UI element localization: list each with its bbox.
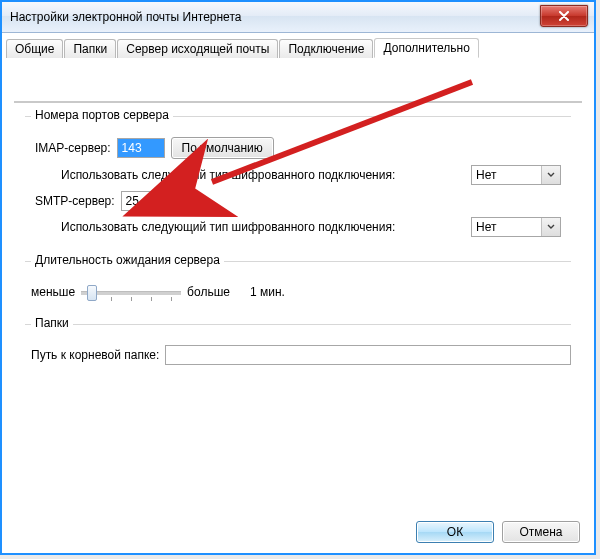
close-icon — [558, 11, 570, 21]
timeout-slider[interactable] — [81, 282, 181, 302]
tab-folders[interactable]: Папки — [64, 39, 116, 58]
smtp-encryption-select[interactable]: Нет — [471, 217, 561, 237]
root-path-input[interactable] — [165, 345, 571, 365]
cancel-button[interactable]: Отмена — [502, 521, 580, 543]
tab-strip: Общие Папки Сервер исходящей почты Подкл… — [6, 37, 480, 57]
timeout-less-label: меньше — [31, 285, 75, 299]
row-timeout: меньше больше 1 мин. — [25, 282, 571, 302]
defaults-button[interactable]: По умолчанию — [171, 137, 274, 159]
ok-button[interactable]: ОК — [416, 521, 494, 543]
group-folders: Папки Путь к корневой папке: — [25, 324, 571, 373]
row-imap-encryption: Использовать следующий тип шифрованного … — [35, 165, 561, 185]
timeout-duration: 1 мин. — [250, 285, 285, 299]
row-root-path: Путь к корневой папке: — [25, 345, 571, 365]
smtp-port-input[interactable] — [121, 191, 169, 211]
root-path-label: Путь к корневой папке: — [31, 348, 159, 362]
group-timeout: Длительность ожидания сервера меньше бол… — [25, 261, 571, 310]
chevron-down-icon — [541, 166, 560, 184]
imap-encryption-label: Использовать следующий тип шифрованного … — [61, 168, 395, 182]
imap-encryption-select[interactable]: Нет — [471, 165, 561, 185]
group-server-ports: Номера портов сервера IMAP-сервер: По ум… — [25, 116, 571, 247]
group-folders-legend: Папки — [31, 316, 73, 330]
slider-thumb[interactable] — [87, 285, 97, 301]
smtp-label: SMTP-сервер: — [35, 194, 115, 208]
smtp-encryption-value: Нет — [472, 220, 541, 234]
close-button[interactable] — [540, 5, 588, 27]
dialog-window: Настройки электронной почты Интернета Об… — [0, 0, 596, 555]
tab-general[interactable]: Общие — [6, 39, 63, 58]
titlebar: Настройки электронной почты Интернета — [2, 2, 594, 33]
tab-connection[interactable]: Подключение — [279, 39, 373, 58]
row-smtp: SMTP-сервер: — [35, 191, 561, 211]
group-server-ports-legend: Номера портов сервера — [31, 108, 173, 122]
imap-port-input[interactable] — [117, 138, 165, 158]
dialog-footer: ОК Отмена — [416, 521, 580, 543]
tab-panel-advanced: Номера портов сервера IMAP-сервер: По ум… — [14, 101, 582, 103]
group-timeout-legend: Длительность ожидания сервера — [31, 253, 224, 267]
row-smtp-encryption: Использовать следующий тип шифрованного … — [35, 217, 561, 237]
row-imap: IMAP-сервер: По умолчанию — [35, 137, 561, 159]
chevron-down-icon — [541, 218, 560, 236]
tab-advanced[interactable]: Дополнительно — [374, 38, 478, 58]
window-title: Настройки электронной почты Интернета — [10, 10, 241, 24]
tab-outgoing[interactable]: Сервер исходящей почты — [117, 39, 278, 58]
timeout-more-label: больше — [187, 285, 230, 299]
smtp-encryption-label: Использовать следующий тип шифрованного … — [61, 220, 395, 234]
imap-encryption-value: Нет — [472, 168, 541, 182]
imap-label: IMAP-сервер: — [35, 141, 111, 155]
